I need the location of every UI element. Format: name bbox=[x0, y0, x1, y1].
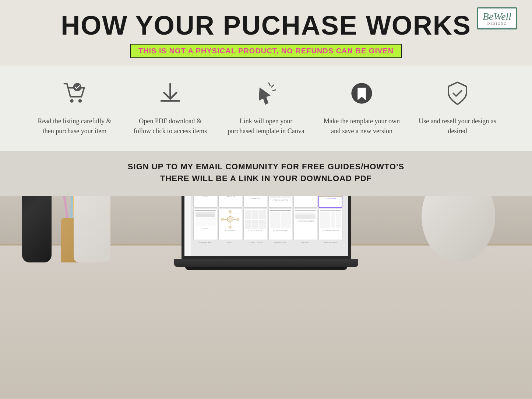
step-2-text: Open PDF download & follow click to acce… bbox=[130, 116, 211, 136]
shield-check-icon bbox=[439, 77, 476, 110]
step-3: Link will open your purchased template i… bbox=[226, 77, 307, 136]
step-4-text: Make the template your own and save a ne… bbox=[321, 116, 402, 136]
page-title: HOW YOUR PUCHASE WORKS bbox=[7, 11, 525, 40]
svg-point-22 bbox=[229, 226, 232, 229]
canva-sidebar-left bbox=[184, 196, 192, 256]
svg-point-16 bbox=[227, 216, 233, 222]
bookmark-circle-icon bbox=[343, 77, 380, 110]
download-icon bbox=[152, 77, 189, 110]
step-5-text: Use and resell your design as desired bbox=[417, 116, 498, 136]
step-1: Read the listing carefully & then purcha… bbox=[34, 77, 115, 136]
logo-box: BeWell DESIGNZ bbox=[477, 7, 517, 29]
laptop-screen-inner: Home File Magic Switch ← → True Girl 888… bbox=[184, 196, 348, 256]
logo-area: BeWell DESIGNZ bbox=[477, 7, 517, 37]
signup-line-2: THERE WILL BE A LINK IN YOUR DOWNLOAD PD… bbox=[7, 174, 525, 183]
svg-point-21 bbox=[229, 210, 232, 213]
svg-point-24 bbox=[236, 218, 239, 221]
desk-section: Home File Magic Switch ← → True Girl 888… bbox=[0, 196, 532, 399]
step-2: Open PDF download & follow click to acce… bbox=[130, 77, 211, 136]
step-5: Use and resell your design as desired bbox=[417, 77, 498, 136]
top-section: HOW YOUR PUCHASE WORKS THIS IS NOT A PHY… bbox=[0, 0, 532, 66]
svg-line-4 bbox=[272, 85, 274, 87]
svg-point-0 bbox=[70, 99, 73, 102]
svg-line-3 bbox=[269, 83, 270, 86]
svg-point-2 bbox=[73, 83, 82, 91]
svg-line-5 bbox=[273, 90, 276, 91]
canva-body: Deselect page bbox=[184, 196, 348, 256]
logo-main-text: BeWell bbox=[482, 11, 512, 22]
svg-rect-8 bbox=[70, 196, 73, 218]
signup-line-1: SIGN UP TO MY EMAIL COMMUNITY FOR FREE G… bbox=[7, 162, 525, 172]
laptop-base bbox=[174, 259, 358, 267]
dark-vase bbox=[22, 196, 52, 262]
steps-row: Read the listing carefully & then purcha… bbox=[27, 77, 505, 136]
step-4: Make the template your own and save a ne… bbox=[321, 77, 402, 136]
signup-section: SIGN UP TO MY EMAIL COMMUNITY FOR FREE G… bbox=[0, 151, 532, 196]
laptop-bottom bbox=[185, 267, 347, 270]
step-3-text: Link will open your purchased template i… bbox=[226, 116, 307, 136]
svg-point-1 bbox=[78, 99, 82, 102]
white-tall-vase bbox=[74, 196, 110, 262]
canva-pages-area: Deselect page bbox=[192, 196, 348, 256]
subtitle-text: THIS IS NOT A PHYSICAL PRODUCT, NO REFUN… bbox=[138, 47, 394, 55]
steps-section: Read the listing carefully & then purcha… bbox=[0, 66, 532, 151]
svg-rect-7 bbox=[63, 196, 68, 218]
svg-point-23 bbox=[221, 218, 224, 221]
subtitle-bar: THIS IS NOT A PHYSICAL PRODUCT, NO REFUN… bbox=[130, 44, 402, 58]
cart-check-icon bbox=[56, 77, 93, 110]
step-1-text: Read the listing carefully & then purcha… bbox=[34, 116, 115, 136]
logo-sub-text: DESIGNZ bbox=[482, 22, 512, 25]
laptop: Home File Magic Switch ← → True Girl 888… bbox=[174, 196, 358, 270]
canva-pages-grid: TWTGirlPLANNER 3 - COVER bbox=[192, 196, 348, 241]
laptop-screen: Home File Magic Switch ← → True Girl 888… bbox=[182, 196, 351, 259]
cursor-click-icon bbox=[248, 77, 285, 110]
